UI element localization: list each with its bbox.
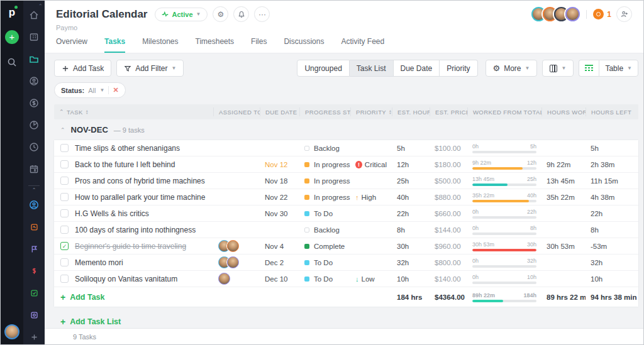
project-billing-icon[interactable] [27,264,41,278]
tab-milestones[interactable]: Milestones [142,37,178,53]
total-est-hours: 184 hrs [392,293,430,301]
column-header-task[interactable]: ⌃Task▲▼ [54,107,213,116]
time-icon[interactable] [27,140,41,154]
main-area: Editorial Calendar Active ▼ ⚙ ··· [45,1,643,344]
tab-timesheets[interactable]: Timesheets [196,37,235,53]
notifications-button[interactable] [233,6,249,22]
sort-icon[interactable]: ▲▼ [86,109,89,114]
column-header-due-date[interactable]: Due Date▲▼ [260,107,299,116]
table-row[interactable]: ✓ How to parallel park your time machine… [54,189,638,205]
task-title[interactable]: H.G Wells & his critics [75,209,149,218]
task-checkbox[interactable]: ✓ [60,144,69,152]
plus-icon [62,65,69,72]
bell-icon [238,11,245,18]
table-row[interactable]: ✓ 100 days of staring into nothingness B… [54,222,638,238]
task-checkbox[interactable]: ✓ [60,242,69,250]
task-title[interactable]: Beginner's guide to time traveling [75,242,186,251]
task-title[interactable]: Soliloquy on Vanitas vanitatum [75,275,177,283]
clients-icon[interactable] [27,30,41,44]
tab-files[interactable]: Files [251,37,267,53]
group-by-segmented-control: UngroupedTask ListDue DatePriority [297,60,477,77]
add-project-icon[interactable] [27,330,41,344]
table-row[interactable]: ✓ Memento mori Dec 2 To Do 32h $800.00 0… [54,255,638,271]
home-icon[interactable] [27,8,41,22]
est-price-cell: $880.00 [430,194,467,201]
remove-filter-icon[interactable]: ✕ [113,86,118,94]
table-row[interactable]: ✓ Soliloquy on Vanitas vanitatum Dec 10 … [54,271,638,287]
quick-add-button[interactable]: + [5,30,19,44]
user-avatar[interactable] [4,324,19,339]
task-title[interactable]: 100 days of staring into nothingness [75,226,196,234]
projects-icon[interactable] [27,52,41,66]
task-checkbox[interactable]: ✓ [60,226,69,234]
collapse-sidebar-icon[interactable]: ⌃ [38,3,43,9]
table-row[interactable]: ✓ Back to the future I left behind Nov 1… [54,156,638,173]
project-flag-icon[interactable] [27,242,41,256]
assigned-to-cell [213,273,260,285]
priority-cell: ↓Low [350,275,392,283]
users-icon[interactable] [27,74,41,88]
team-avatars[interactable] [531,7,580,21]
reports-icon[interactable] [27,118,41,132]
table-view-icon-button[interactable] [579,60,599,77]
task-title[interactable]: Memento mori [75,258,123,267]
task-checkbox[interactable]: ✓ [60,193,69,201]
due-date-cell: Dec 2 [260,259,299,266]
project-status-pill[interactable]: Active ▼ [155,8,208,21]
status-filter-chip[interactable]: Status: All ▼ ✕ [54,82,126,98]
column-header-priority[interactable]: Priority▲▼ [350,107,392,116]
table-row[interactable]: ✓ Beginner's guide to time traveling Nov… [54,238,638,255]
table-row[interactable]: ✓ Time slips & other shenanigans Backlog… [54,140,638,156]
project-media-icon[interactable] [27,308,41,322]
task-checkbox[interactable]: ✓ [60,177,69,185]
view-select-button[interactable]: Table ▼ [599,60,638,77]
columns-button[interactable]: ▼ [542,60,574,77]
tab-overview[interactable]: Overview [56,37,87,53]
calendar-icon[interactable] [27,162,41,176]
group-by-priority[interactable]: Priority [440,60,477,77]
collapse-all-icon[interactable]: ⌃ [59,109,64,115]
settings-button[interactable]: ⚙ [213,6,228,22]
task-checkbox[interactable]: ✓ [60,160,69,168]
task-group-header[interactable]: ⌃ NOV-DEC — 9 tasks [54,119,638,140]
page-title: Editorial Calendar [56,8,147,21]
add-task-link[interactable]: +Add Task [60,292,105,302]
est-hours-cell: 12h [392,161,430,168]
project-tasks-icon[interactable] [27,286,41,300]
more-options-button[interactable]: ··· [254,6,270,22]
task-title[interactable]: Time slips & other shenanigans [75,144,180,153]
more-button[interactable]: ⚙ More ▼ [486,60,538,77]
est-hours-cell: 10h [392,275,430,283]
task-title[interactable]: Pros and cons of hybrid time machines [75,177,205,185]
collapse-projects-icon[interactable]: ⌃ [32,187,36,193]
est-price-cell: $500.00 [430,177,467,185]
toolbar: Add Task Add Filter ▼ UngroupedTask List… [54,60,638,77]
group-by-task-list[interactable]: Task List [350,60,394,77]
task-checkbox[interactable]: ✓ [60,275,69,283]
task-checkbox[interactable]: ✓ [60,209,69,217]
active-timers-indicator[interactable]: 1 [593,9,611,19]
task-checkbox[interactable]: ✓ [60,258,69,266]
worked-from-total-cell: 13h 45m25h [467,176,541,186]
add-filter-button[interactable]: Add Filter ▼ [116,60,184,77]
task-title[interactable]: Back to the future I left behind [75,160,175,169]
group-by-ungrouped[interactable]: Ungrouped [297,60,349,77]
invite-user-button[interactable] [616,6,632,22]
worked-from-total-cell: 0h32h [467,258,541,268]
search-icon[interactable] [5,55,19,69]
table-row[interactable]: ✓ H.G Wells & his critics Nov 30 To Do 2… [54,205,638,222]
collapse-group-icon[interactable]: ⌃ [60,127,65,133]
project-orange-icon[interactable] [27,220,41,234]
group-by-due-date[interactable]: Due Date [394,60,440,77]
add-task-button[interactable]: Add Task [54,60,111,77]
task-title[interactable]: How to parallel park your time machine [75,193,205,202]
status-square-icon [304,178,309,183]
add-task-list-link[interactable]: + Add Task List [60,317,638,327]
project-team-icon[interactable] [27,198,41,212]
tab-tasks[interactable]: Tasks [104,37,125,53]
invoices-icon[interactable] [27,96,41,110]
est-hours-cell: 5h [392,145,430,152]
tab-activity-feed[interactable]: Activity Feed [341,37,384,53]
tab-discussions[interactable]: Discussions [284,37,324,53]
table-row[interactable]: ✓ Pros and cons of hybrid time machines … [54,173,638,189]
